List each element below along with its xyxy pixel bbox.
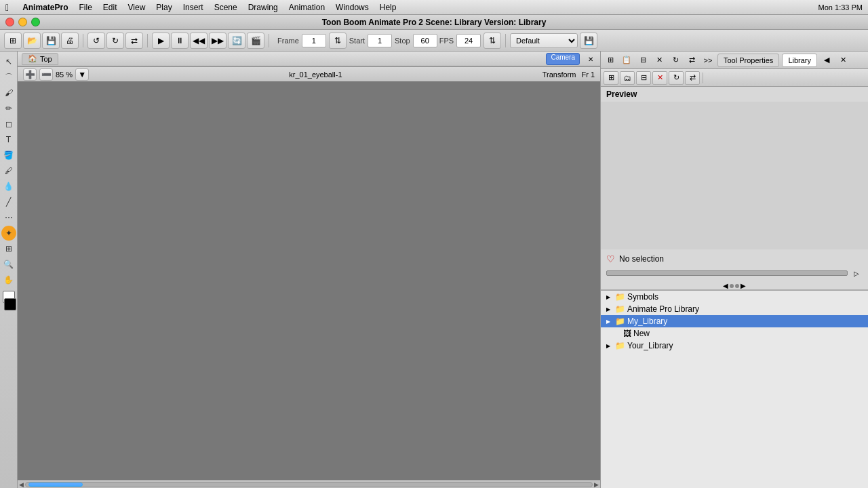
expand-arrow-symbols[interactable]: ▶ [606, 294, 613, 300]
menu-drawing[interactable]: Drawing [248, 3, 278, 12]
apple-menu[interactable]:  [5, 2, 9, 13]
view-tab-top[interactable]: 🏠 Top [22, 53, 58, 65]
minimize-window-button[interactable] [18, 18, 27, 26]
library-item-new[interactable]: ▶ 🖼 New [601, 327, 868, 340]
menu-windows[interactable]: Windows [336, 3, 369, 12]
open-button[interactable]: 📂 [23, 33, 41, 49]
flip-h-button[interactable]: ⇄ [125, 33, 143, 49]
library-item-symbols[interactable]: ▶ 📁 Symbols [601, 291, 868, 303]
expand-arrow-my-library[interactable]: ▶ [606, 319, 613, 325]
rp-nav-left[interactable]: ◀ [820, 54, 833, 67]
next-frame-button[interactable]: ▶▶ [209, 33, 226, 49]
preview-button[interactable]: 🎬 [247, 33, 264, 49]
scroll-thumb[interactable] [28, 483, 83, 487]
h-scrollbar[interactable]: ◀ ▶ [18, 480, 600, 488]
menu-insert[interactable]: Insert [183, 3, 203, 12]
expand-arrow-your-library[interactable]: ▶ [606, 343, 613, 349]
rp-more-button[interactable]: >> [701, 54, 715, 67]
rp-icon-2[interactable]: 📋 [620, 54, 633, 67]
ink-tool[interactable]: 🖋 [1, 163, 16, 178]
zoom-select[interactable]: ▼ [75, 68, 89, 81]
fps-input[interactable] [456, 34, 481, 47]
dot-nav-left[interactable]: ◀ [723, 282, 728, 289]
fps-stepper[interactable]: ⇅ [484, 33, 501, 49]
pencil-tool[interactable]: ✏ [1, 101, 16, 116]
rotate-left-button[interactable]: ↺ [87, 33, 105, 49]
rp-tool-3[interactable]: ⊟ [636, 71, 651, 85]
menu-scene[interactable]: Scene [214, 3, 237, 12]
print-button[interactable]: 🖨 [61, 33, 79, 49]
menu-view[interactable]: View [128, 3, 146, 12]
view-close-button[interactable]: ✕ [585, 54, 596, 64]
default-select[interactable]: Default [510, 33, 578, 48]
rp-nav-right[interactable]: ✕ [836, 54, 850, 67]
start-input[interactable] [368, 34, 392, 47]
transform-tool[interactable]: ⊞ [1, 241, 16, 256]
close-window-button[interactable] [5, 18, 14, 26]
frame-input[interactable] [302, 34, 326, 47]
expand-arrow-animate-pro[interactable]: ▶ [606, 306, 613, 312]
bone-tool[interactable]: ✦ [1, 226, 16, 241]
save-button[interactable]: 💾 [42, 33, 60, 49]
window-title: Toon Boom Animate Pro 2 Scene: Library V… [322, 18, 547, 27]
preview-play-button[interactable]: ▷ [850, 267, 863, 279]
play-button[interactable]: ▶ [152, 33, 170, 49]
menu-animation[interactable]: Animation [289, 3, 325, 12]
heart-icon: ♡ [606, 253, 615, 264]
eraser-tool[interactable]: ◻ [1, 117, 16, 131]
tab-library[interactable]: Library [782, 54, 817, 67]
deform-tool[interactable]: ⋯ [1, 210, 16, 225]
rp-tool-close[interactable]: ✕ [652, 71, 667, 85]
rp-icon-3[interactable]: ⊟ [636, 54, 650, 67]
tab-tool-properties[interactable]: Tool Properties [717, 54, 779, 67]
hand-tool[interactable]: ✋ [1, 272, 16, 287]
menu-edit[interactable]: Edit [103, 3, 117, 12]
select-tool[interactable]: ↖ [1, 54, 16, 69]
scroll-left-arrow[interactable]: ◀ [19, 481, 24, 488]
rp-arrows-button[interactable]: ⇄ [685, 54, 698, 67]
rp-separator [703, 73, 703, 83]
zoom-out-button[interactable]: ➕ [23, 68, 37, 81]
library-item-animate-pro[interactable]: ▶ 📁 Animate Pro Library [601, 303, 868, 315]
menu-help[interactable]: Help [380, 3, 397, 12]
new-button[interactable]: ⊞ [4, 33, 22, 49]
rp-tool-swap[interactable]: ⇄ [685, 71, 700, 85]
dot-nav-right[interactable]: ▶ [741, 282, 746, 289]
contour-tool[interactable]: ⌒ [1, 70, 16, 85]
camera-button[interactable]: Camera [546, 53, 580, 65]
menu-play[interactable]: Play [156, 3, 172, 12]
library-item-your-library[interactable]: ▶ 📁 Your_Library [601, 340, 868, 352]
zoom-tool[interactable]: 🔍 [1, 257, 16, 272]
maximize-window-button[interactable] [31, 18, 40, 26]
rp-tool-refresh[interactable]: ↻ [669, 71, 684, 85]
rp-refresh-button[interactable]: ↻ [669, 54, 682, 67]
frame-stepper[interactable]: ⇅ [329, 33, 347, 49]
color-swatch-2[interactable] [4, 298, 16, 310]
menu-file[interactable]: File [79, 3, 92, 12]
scroll-right-arrow[interactable]: ▶ [594, 481, 599, 488]
zoom-in-button[interactable]: ➖ [39, 68, 53, 81]
pause-button[interactable]: ⏸ [171, 33, 189, 49]
folder-icon-your-library: 📁 [615, 341, 625, 350]
rp-close-button[interactable]: ✕ [652, 54, 666, 67]
scroll-track[interactable] [25, 482, 593, 487]
panel-store-button[interactable]: 💾 [580, 33, 597, 49]
preview-progress-bar[interactable] [606, 270, 848, 276]
stop-input[interactable] [413, 34, 437, 47]
library-item-my-library[interactable]: ▶ 📁 My_Library [601, 315, 868, 327]
rotate-right-button[interactable]: ↻ [106, 33, 124, 49]
separator-3 [269, 34, 269, 47]
rp-icon-1[interactable]: ⊞ [604, 54, 617, 67]
line-tool[interactable]: ╱ [1, 195, 16, 209]
loop-button[interactable]: 🔄 [228, 33, 245, 49]
rp-tool-2[interactable]: 🗂 [620, 71, 635, 85]
brush-tool[interactable]: 🖌 [1, 85, 16, 100]
app-menu[interactable]: AnimatePro [22, 3, 68, 12]
paint-tool[interactable]: 🪣 [1, 148, 16, 163]
rp-tool-1[interactable]: ⊞ [604, 71, 618, 85]
dropper-tool[interactable]: 💧 [1, 179, 16, 194]
prev-frame-button[interactable]: ◀◀ [190, 33, 208, 49]
library-tree[interactable]: ▶ 📁 Symbols ▶ 📁 Animate Pro Library ▶ 📁 … [601, 290, 868, 488]
text-tool[interactable]: T [1, 132, 16, 147]
fps-controls: FPS ⇅ [439, 33, 501, 49]
